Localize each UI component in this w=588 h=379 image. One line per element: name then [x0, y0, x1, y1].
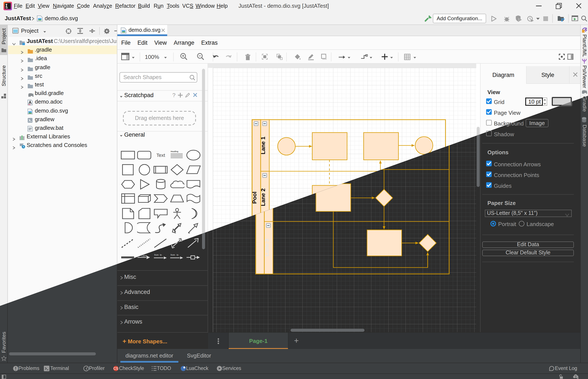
- svg-text:?: ?: [575, 375, 577, 378]
- svg-text:Pool: Pool: [251, 192, 258, 204]
- svg-text:Lane 2: Lane 2: [260, 189, 266, 206]
- svg-text:CS: CS: [113, 367, 118, 370]
- svg-text:Lane 1: Lane 1: [260, 137, 266, 154]
- svg-text:Lane 3: Lane 3: [264, 239, 270, 256]
